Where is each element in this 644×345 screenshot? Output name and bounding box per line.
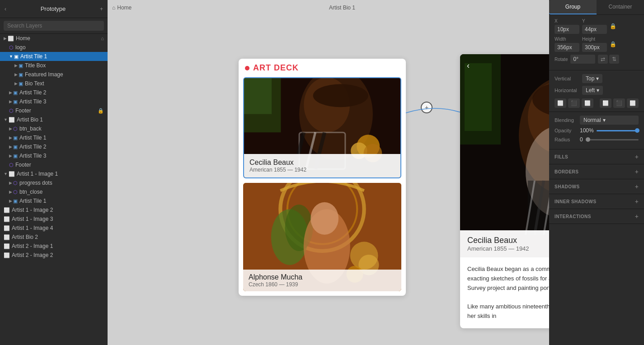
layer-label: Artist 2 - Image 1: [12, 243, 53, 249]
opacity-slider[interactable]: [597, 130, 639, 131]
horizontal-label: Horizontal: [555, 88, 579, 93]
layer-item-btn-close[interactable]: ▶ ⬡ btn_close: [0, 187, 108, 196]
xy-row: X Y 🔒: [555, 19, 639, 34]
align-top-button[interactable]: ⬜: [600, 98, 611, 108]
layer-item-home[interactable]: ▶ ⬜ Home ⌂: [0, 34, 108, 43]
xy-section: X Y 🔒 Width Height 🔒 Rotate ⇄: [549, 15, 644, 70]
vertical-dropdown[interactable]: Top ▾: [582, 74, 602, 83]
lock-xy-icon[interactable]: 🔒: [610, 23, 616, 29]
radius-thumb: [586, 137, 590, 142]
layer-item-artist-tile-1c[interactable]: ▶ ▣ Artist Tile 1: [0, 196, 108, 205]
layer-item-artist-tile-2b[interactable]: ▶ ▣ Artist Tile 2: [0, 142, 108, 151]
layer-item-artist-2-image-1[interactable]: ⬜ Artist 2 - Image 1: [0, 242, 108, 251]
chevron-right-icon: ▶: [9, 154, 12, 158]
layer-item-btn-back[interactable]: ▶ ⬡ btn_back: [0, 124, 108, 133]
align-center-v-button[interactable]: ⬛: [613, 98, 625, 108]
layer-item-artist-tile-3[interactable]: ▶ ▣ Artist Tile 3: [0, 97, 108, 106]
flip-vertical-button[interactable]: ⇅: [609, 55, 619, 64]
align-center-h-button[interactable]: ⬛: [568, 98, 580, 108]
layer-label: Artist 2 - Image 2: [12, 252, 53, 258]
artist-name-2: Alphonse Mucha: [249, 273, 396, 281]
layer-item-artist-2-image-2[interactable]: ⬜ Artist 2 - Image 2: [0, 251, 108, 260]
layer-label: Artist Tile 3: [19, 153, 46, 159]
rotate-input[interactable]: [570, 55, 595, 64]
layer-item-artist-1-image-4[interactable]: ⬜ Artist 1 - Image 4: [0, 224, 108, 233]
component-icon: ⬡: [9, 45, 14, 51]
bio-artist-info: American 1855 — 1942: [467, 245, 549, 252]
blending-section: Blending Normal ▾ Opacity 100% Radius 0: [549, 112, 644, 149]
layer-item-artist-tile-1[interactable]: ▼ ▣ Artist Tile 1: [0, 52, 108, 61]
y-group: Y: [582, 19, 607, 34]
add-fill-button[interactable]: +: [635, 153, 639, 160]
right-panel: Group Container X Y 🔒 Width Height: [549, 0, 644, 345]
tab-group[interactable]: Group: [549, 0, 597, 14]
bio-paragraph-2: Like many ambitious nineteenth-century a…: [467, 302, 549, 321]
artist-card-2[interactable]: Alphonse Mucha Czech 1860 — 1939: [243, 183, 401, 291]
artist-info-1: American 1855 — 1942: [249, 167, 395, 173]
right-tabs: Group Container: [549, 0, 644, 15]
folder-icon: ▣: [13, 135, 18, 141]
layer-item-artist-1-image-1[interactable]: ▼ ⬜ Artist 1 - Image 1: [0, 169, 108, 178]
layer-item-title-box[interactable]: ▶ ▣ Title Box: [0, 61, 108, 70]
radius-slider[interactable]: [586, 139, 639, 140]
width-input[interactable]: [555, 43, 579, 52]
add-border-button[interactable]: +: [635, 168, 639, 175]
page-icon: ⬜: [4, 225, 10, 231]
page-icon: ⬜: [4, 252, 10, 258]
y-input[interactable]: [582, 25, 607, 34]
blending-dropdown[interactable]: Normal ▾: [580, 116, 639, 125]
layer-item-featured-image[interactable]: ▶ ▣ Featured Image: [0, 70, 108, 79]
layer-item-logo[interactable]: ⬡ logo: [0, 43, 108, 52]
layer-item-progress-dots[interactable]: ▶ ⬡ progress dots: [0, 178, 108, 187]
layer-item-artist-1-image-2[interactable]: ⬜ Artist 1 - Image 2: [0, 205, 108, 214]
prototype-title: Prototype: [41, 5, 66, 12]
layer-item-artist-1-image-3[interactable]: ⬜ Artist 1 - Image 3: [0, 214, 108, 224]
layer-label: btn_close: [19, 189, 42, 195]
left-panel: ‹ Prototype + ▶ ⬜ Home ⌂ ⬡ logo ▼ ▣ Arti…: [0, 0, 108, 345]
opacity-thumb: [635, 128, 639, 133]
layer-item-artist-bio-1[interactable]: ▼ ⬜ Artist Bio 1: [0, 115, 108, 124]
layer-label: Bio Text: [25, 80, 44, 87]
align-bottom-button[interactable]: ⬜: [627, 98, 639, 108]
layer-label: Artist Tile 2: [19, 144, 46, 150]
lock-wh-icon[interactable]: 🔒: [610, 41, 616, 47]
radius-label: Radius: [555, 137, 577, 142]
add-page-icon[interactable]: +: [100, 6, 103, 12]
flip-horizontal-button[interactable]: ⇄: [598, 55, 608, 64]
layer-item-artist-tile-1b[interactable]: ▶ ▣ Artist Tile 1: [0, 133, 108, 142]
layer-list: ▶ ⬜ Home ⌂ ⬡ logo ▼ ▣ Artist Tile 1 ▶ ▣ …: [0, 34, 108, 345]
art-deck-title: ART DECK: [253, 63, 299, 73]
add-inner-shadow-button[interactable]: +: [635, 198, 639, 205]
add-interaction-button[interactable]: +: [635, 213, 639, 220]
blending-value: Normal: [583, 117, 601, 123]
add-shadow-button[interactable]: +: [635, 183, 639, 190]
layer-item-bio-text[interactable]: ▶ ▣ Bio Text: [0, 79, 108, 88]
borders-label: BORDERS: [555, 169, 579, 174]
bio-name-overlay: Cecilia Beaux American 1855 — 1942: [460, 230, 549, 257]
layer-item-footer-bio[interactable]: ⬡ Footer: [0, 160, 108, 169]
opacity-label: Opacity: [555, 128, 577, 133]
align-right-button[interactable]: ⬜: [582, 98, 593, 108]
layer-item-artist-bio-2[interactable]: ⬜ Artist Bio 2: [0, 233, 108, 242]
align-left-button[interactable]: ⬜: [555, 98, 566, 108]
height-input[interactable]: [582, 43, 607, 52]
tab-container[interactable]: Container: [597, 0, 644, 14]
chevron-down-icon: ▼: [4, 172, 8, 176]
chevron-right-icon: ▶: [14, 81, 18, 86]
borders-section-header: BORDERS +: [549, 164, 644, 179]
layer-item-footer-home[interactable]: ⬡ Footer 🔒: [0, 106, 108, 115]
folder-icon: ▣: [13, 90, 18, 96]
folder-icon: ▣: [14, 54, 19, 60]
artist-card-1[interactable]: Cecilia Beaux American 1855 — 1942: [243, 77, 401, 178]
back-icon[interactable]: ‹: [5, 6, 6, 12]
vertical-label: Vertical: [555, 76, 579, 81]
width-label: Width: [555, 37, 579, 42]
layer-item-artist-tile-3b[interactable]: ▶ ▣ Artist Tile 3: [0, 151, 108, 160]
search-input[interactable]: [4, 21, 104, 31]
horizontal-dropdown[interactable]: Left ▾: [582, 86, 603, 95]
bio-image: ‹ Cecilia Beaux American 1855 — 1942: [460, 54, 549, 257]
x-input[interactable]: [555, 25, 579, 34]
layer-label: Title Box: [25, 62, 46, 69]
back-button[interactable]: ‹: [467, 61, 470, 70]
layer-item-artist-tile-2[interactable]: ▶ ▣ Artist Tile 2: [0, 88, 108, 97]
